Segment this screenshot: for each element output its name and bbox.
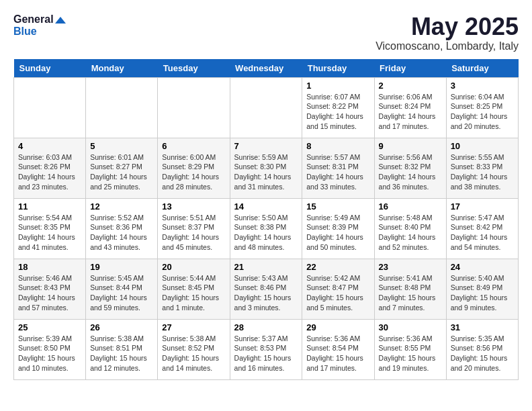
day-info: Sunrise: 6:00 AMSunset: 8:29 PMDaylight:… bbox=[162, 152, 225, 192]
calendar-cell: 5Sunrise: 6:01 AMSunset: 8:27 PMDaylight… bbox=[86, 138, 158, 198]
day-number: 12 bbox=[90, 201, 153, 212]
calendar-cell: 22Sunrise: 5:42 AMSunset: 8:47 PMDayligh… bbox=[302, 259, 374, 319]
day-number: 7 bbox=[234, 141, 298, 151]
day-number: 28 bbox=[234, 322, 298, 332]
calendar-cell bbox=[158, 77, 230, 138]
calendar-cell: 4Sunrise: 6:03 AMSunset: 8:26 PMDaylight… bbox=[14, 138, 86, 198]
day-info: Sunrise: 6:01 AMSunset: 8:27 PMDaylight:… bbox=[90, 152, 153, 192]
day-info: Sunrise: 5:37 AMSunset: 8:53 PMDaylight:… bbox=[234, 334, 298, 373]
day-header-sunday: Sunday bbox=[14, 59, 86, 78]
day-number: 25 bbox=[18, 322, 81, 332]
day-info: Sunrise: 5:44 AMSunset: 8:45 PMDaylight:… bbox=[162, 273, 225, 313]
day-number: 14 bbox=[234, 201, 298, 212]
day-info: Sunrise: 5:49 AMSunset: 8:39 PMDaylight:… bbox=[306, 213, 369, 253]
calendar-cell: 27Sunrise: 5:38 AMSunset: 8:52 PMDayligh… bbox=[158, 319, 230, 379]
day-info: Sunrise: 5:48 AMSunset: 8:40 PMDaylight:… bbox=[379, 213, 442, 253]
day-header-saturday: Saturday bbox=[446, 59, 518, 78]
calendar-cell: 28Sunrise: 5:37 AMSunset: 8:53 PMDayligh… bbox=[230, 319, 302, 379]
day-info: Sunrise: 5:56 AMSunset: 8:32 PMDaylight:… bbox=[379, 152, 442, 192]
day-info: Sunrise: 5:55 AMSunset: 8:33 PMDaylight:… bbox=[451, 152, 514, 192]
day-number: 13 bbox=[162, 201, 225, 212]
day-info: Sunrise: 5:47 AMSunset: 8:42 PMDaylight:… bbox=[451, 213, 514, 253]
calendar-header: SundayMondayTuesdayWednesdayThursdayFrid… bbox=[14, 59, 519, 78]
day-info: Sunrise: 6:06 AMSunset: 8:24 PMDaylight:… bbox=[379, 92, 442, 132]
day-header-thursday: Thursday bbox=[302, 59, 374, 78]
day-header-tuesday: Tuesday bbox=[158, 59, 230, 78]
day-number: 10 bbox=[451, 141, 514, 151]
day-number: 5 bbox=[90, 141, 153, 151]
day-header-friday: Friday bbox=[374, 59, 446, 78]
location: Vicomoscano, Lombardy, Italy bbox=[375, 40, 519, 52]
calendar-cell: 20Sunrise: 5:44 AMSunset: 8:45 PMDayligh… bbox=[158, 259, 230, 319]
calendar-cell: 18Sunrise: 5:46 AMSunset: 8:43 PMDayligh… bbox=[14, 259, 86, 319]
calendar-cell: 26Sunrise: 5:38 AMSunset: 8:51 PMDayligh… bbox=[86, 319, 158, 379]
calendar-cell: 24Sunrise: 5:40 AMSunset: 8:49 PMDayligh… bbox=[446, 259, 518, 319]
day-info: Sunrise: 5:50 AMSunset: 8:38 PMDaylight:… bbox=[234, 213, 298, 253]
day-number: 15 bbox=[306, 201, 369, 212]
day-number: 16 bbox=[379, 201, 442, 212]
calendar-cell: 23Sunrise: 5:41 AMSunset: 8:48 PMDayligh… bbox=[374, 259, 446, 319]
day-info: Sunrise: 5:39 AMSunset: 8:50 PMDaylight:… bbox=[18, 334, 81, 373]
title-block: May 2025 Vicomoscano, Lombardy, Italy bbox=[375, 13, 519, 52]
day-number: 29 bbox=[306, 322, 369, 332]
day-number: 31 bbox=[451, 322, 514, 332]
calendar-cell: 30Sunrise: 5:36 AMSunset: 8:55 PMDayligh… bbox=[374, 319, 446, 379]
day-number: 9 bbox=[379, 141, 442, 151]
day-info: Sunrise: 5:42 AMSunset: 8:47 PMDaylight:… bbox=[306, 273, 369, 313]
day-header-monday: Monday bbox=[86, 59, 158, 78]
calendar-cell: 2Sunrise: 6:06 AMSunset: 8:24 PMDaylight… bbox=[374, 77, 446, 138]
calendar-cell: 25Sunrise: 5:39 AMSunset: 8:50 PMDayligh… bbox=[14, 319, 86, 379]
day-info: Sunrise: 5:54 AMSunset: 8:35 PMDaylight:… bbox=[18, 213, 81, 253]
day-info: Sunrise: 5:57 AMSunset: 8:31 PMDaylight:… bbox=[306, 152, 369, 192]
calendar-cell: 3Sunrise: 6:04 AMSunset: 8:25 PMDaylight… bbox=[446, 77, 518, 138]
day-number: 30 bbox=[379, 322, 442, 332]
day-info: Sunrise: 5:41 AMSunset: 8:48 PMDaylight:… bbox=[379, 273, 442, 313]
calendar-table: SundayMondayTuesdayWednesdayThursdayFrid… bbox=[13, 59, 519, 380]
calendar-cell: 13Sunrise: 5:51 AMSunset: 8:37 PMDayligh… bbox=[158, 198, 230, 259]
calendar-cell: 29Sunrise: 5:36 AMSunset: 8:54 PMDayligh… bbox=[302, 319, 374, 379]
day-number: 21 bbox=[234, 262, 298, 272]
day-number: 27 bbox=[162, 322, 225, 332]
calendar-cell: 8Sunrise: 5:57 AMSunset: 8:31 PMDaylight… bbox=[302, 138, 374, 198]
day-number: 19 bbox=[90, 262, 153, 272]
calendar-cell bbox=[86, 77, 158, 138]
calendar-cell: 1Sunrise: 6:07 AMSunset: 8:22 PMDaylight… bbox=[302, 77, 374, 138]
page-header: General Blue May 2025 Vicomoscano, Lomba… bbox=[13, 13, 519, 52]
day-number: 26 bbox=[90, 322, 153, 332]
calendar-cell bbox=[14, 77, 86, 138]
month-title: May 2025 bbox=[375, 13, 519, 40]
day-number: 20 bbox=[162, 262, 225, 272]
day-info: Sunrise: 5:43 AMSunset: 8:46 PMDaylight:… bbox=[234, 273, 298, 313]
day-info: Sunrise: 5:59 AMSunset: 8:30 PMDaylight:… bbox=[234, 152, 298, 192]
day-info: Sunrise: 6:03 AMSunset: 8:26 PMDaylight:… bbox=[18, 152, 81, 192]
calendar-cell: 17Sunrise: 5:47 AMSunset: 8:42 PMDayligh… bbox=[446, 198, 518, 259]
day-number: 8 bbox=[306, 141, 369, 151]
day-number: 17 bbox=[451, 201, 514, 212]
day-info: Sunrise: 5:38 AMSunset: 8:52 PMDaylight:… bbox=[162, 334, 225, 373]
day-number: 18 bbox=[18, 262, 81, 272]
calendar-cell: 11Sunrise: 5:54 AMSunset: 8:35 PMDayligh… bbox=[14, 198, 86, 259]
calendar-cell: 12Sunrise: 5:52 AMSunset: 8:36 PMDayligh… bbox=[86, 198, 158, 259]
day-number: 3 bbox=[451, 81, 514, 91]
calendar-cell: 15Sunrise: 5:49 AMSunset: 8:39 PMDayligh… bbox=[302, 198, 374, 259]
calendar-cell: 14Sunrise: 5:50 AMSunset: 8:38 PMDayligh… bbox=[230, 198, 302, 259]
logo: General Blue bbox=[13, 13, 66, 37]
day-number: 1 bbox=[306, 81, 369, 91]
day-info: Sunrise: 5:51 AMSunset: 8:37 PMDaylight:… bbox=[162, 213, 225, 253]
day-number: 2 bbox=[379, 81, 442, 91]
calendar-cell: 19Sunrise: 5:45 AMSunset: 8:44 PMDayligh… bbox=[86, 259, 158, 319]
calendar-cell: 31Sunrise: 5:35 AMSunset: 8:56 PMDayligh… bbox=[446, 319, 518, 379]
day-info: Sunrise: 5:38 AMSunset: 8:51 PMDaylight:… bbox=[90, 334, 153, 373]
day-info: Sunrise: 5:46 AMSunset: 8:43 PMDaylight:… bbox=[18, 273, 81, 313]
day-info: Sunrise: 5:40 AMSunset: 8:49 PMDaylight:… bbox=[451, 273, 514, 313]
day-info: Sunrise: 6:04 AMSunset: 8:25 PMDaylight:… bbox=[451, 92, 514, 132]
day-info: Sunrise: 5:52 AMSunset: 8:36 PMDaylight:… bbox=[90, 213, 153, 253]
day-info: Sunrise: 5:36 AMSunset: 8:54 PMDaylight:… bbox=[306, 334, 369, 373]
day-number: 23 bbox=[379, 262, 442, 272]
day-info: Sunrise: 6:07 AMSunset: 8:22 PMDaylight:… bbox=[306, 92, 369, 132]
day-info: Sunrise: 5:36 AMSunset: 8:55 PMDaylight:… bbox=[379, 334, 442, 373]
calendar-cell: 6Sunrise: 6:00 AMSunset: 8:29 PMDaylight… bbox=[158, 138, 230, 198]
day-info: Sunrise: 5:45 AMSunset: 8:44 PMDaylight:… bbox=[90, 273, 153, 313]
day-number: 11 bbox=[18, 201, 81, 212]
day-info: Sunrise: 5:35 AMSunset: 8:56 PMDaylight:… bbox=[451, 334, 514, 373]
